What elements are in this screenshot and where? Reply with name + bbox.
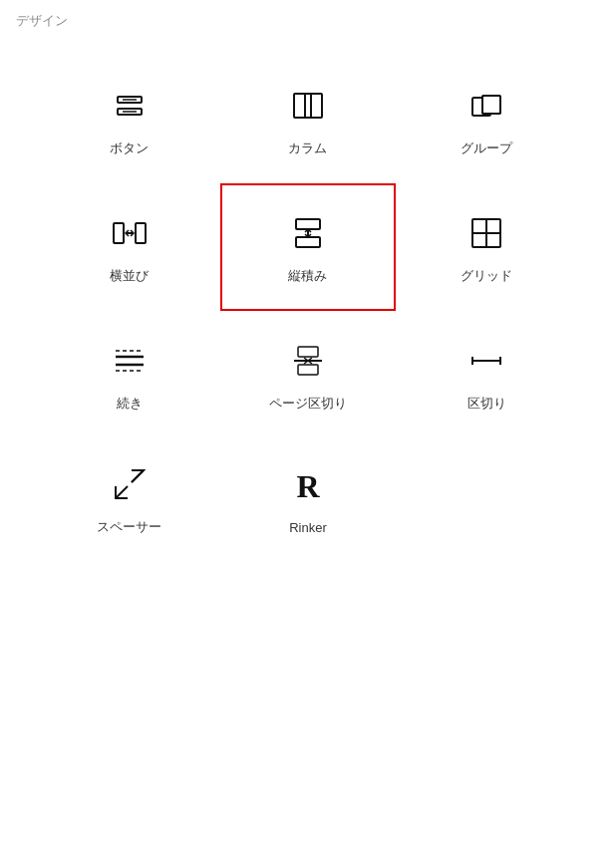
separator-label: 区切り [467,395,506,413]
grid-icon [462,209,510,257]
group-icon [462,82,510,130]
svg-rect-13 [296,219,320,229]
page-break-label: ページ区切り [269,395,347,413]
svg-line-30 [132,470,144,482]
row-icon [106,209,154,257]
svg-rect-14 [296,237,320,247]
svg-rect-24 [298,365,318,375]
page-break-icon [284,337,332,385]
spacer-label: スペーサー [97,518,161,536]
svg-rect-8 [482,96,500,114]
grid-item-row[interactable]: 横並び [40,181,218,313]
design-grid: ボタン カラム グループ [0,38,616,580]
vertical-stack-label: 縦積み [288,267,327,285]
vertical-stack-icon [284,209,332,257]
svg-rect-4 [294,94,322,118]
grid-item-separator[interactable]: 区切り [398,313,576,436]
spacer-icon [106,460,154,508]
group-label: グループ [461,140,512,157]
continue-label: 続き [117,395,143,413]
header-label: デザイン [16,13,68,28]
grid-item-page-break[interactable]: ページ区切り [218,313,397,436]
svg-rect-23 [298,347,318,357]
svg-rect-10 [114,223,124,243]
svg-line-29 [116,486,128,498]
grid-item-column[interactable]: カラム [218,58,397,181]
rinker-label: Rinker [289,520,327,535]
grid-item-spacer[interactable]: スペーサー [40,436,218,560]
row-label: 横並び [110,267,149,285]
separator-icon [462,337,510,385]
rinker-icon: R [284,462,332,510]
grid-item-button[interactable]: ボタン [40,58,218,181]
continue-icon [106,337,154,385]
grid-label: グリッド [461,267,512,285]
button-icon [106,82,154,130]
svg-rect-11 [136,223,146,243]
page-header: デザイン [0,0,616,38]
grid-item-continue[interactable]: 続き [40,313,218,436]
column-label: カラム [288,140,327,157]
grid-item-vertical-stack[interactable]: 縦積み [220,183,395,311]
grid-item-rinker[interactable]: R Rinker [218,436,397,560]
grid-item-grid[interactable]: グリッド [398,181,576,313]
grid-item-group[interactable]: グループ [398,58,576,181]
column-icon [284,82,332,130]
button-label: ボタン [110,140,149,157]
